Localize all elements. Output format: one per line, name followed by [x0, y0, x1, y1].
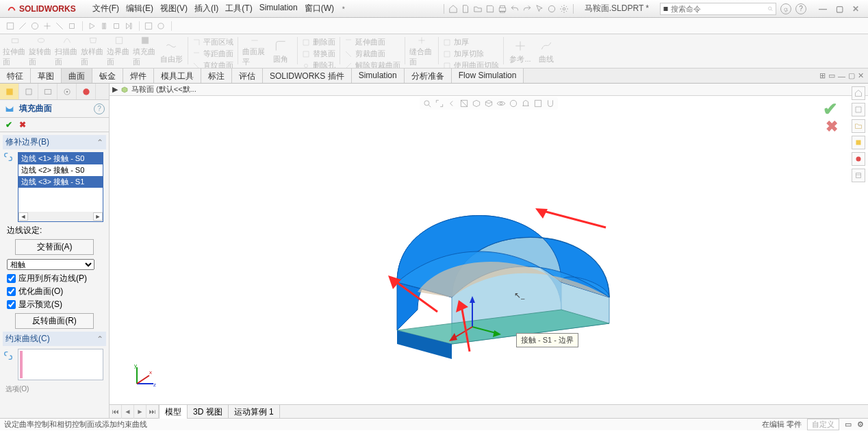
pm-help-icon[interactable]: ? [94, 103, 105, 114]
pm-ok[interactable]: ✔ [5, 120, 12, 130]
bt-model[interactable]: 模型 [159, 405, 188, 419]
menu-edit[interactable]: 编辑(E) [126, 3, 153, 14]
search-box[interactable] [660, 3, 776, 15]
undo-icon[interactable] [510, 4, 520, 14]
chk-optimize[interactable] [7, 287, 16, 296]
section-icon[interactable] [459, 99, 469, 108]
rb-sweep[interactable]: 扫描曲面 [55, 36, 79, 67]
stop-icon[interactable] [112, 21, 121, 31]
pm-tab-config[interactable] [19, 84, 38, 99]
tab-evaluate[interactable]: 评估 [232, 69, 263, 83]
window-maximize[interactable]: ▢ [834, 4, 845, 14]
graphics-view[interactable]: ▶ 马鞍面 (默认<<默... [110, 84, 868, 418]
confirm-ok-icon[interactable]: ✔ [823, 99, 838, 120]
tab-weldments[interactable]: 焊件 [123, 69, 154, 83]
menu-more-icon[interactable]: ⋆ [341, 3, 346, 14]
options-icon[interactable] [559, 4, 569, 14]
display-style-icon[interactable] [484, 99, 494, 108]
select-icon[interactable] [535, 4, 544, 14]
panel-tile-icon[interactable]: ⊞ [819, 71, 826, 80]
panel-close-icon[interactable]: ✕ [858, 71, 864, 80]
zoom-fit-icon[interactable] [422, 99, 432, 108]
bt-first[interactable]: ⏮ [110, 405, 122, 419]
menu-insert[interactable]: 插入(I) [194, 3, 218, 14]
qk-icon[interactable] [156, 21, 166, 31]
qk-icon[interactable] [55, 21, 64, 31]
appearance-icon[interactable] [509, 99, 518, 108]
pause-icon[interactable] [99, 21, 109, 31]
list-item[interactable]: 边线 <3> 接触 - S1 [18, 176, 103, 188]
bt-3dview[interactable]: 3D 视图 [188, 405, 229, 419]
user-icon[interactable]: ⍶ [780, 3, 791, 14]
menu-window[interactable]: 窗口(W) [305, 3, 334, 14]
help-icon[interactable]: ? [795, 3, 806, 14]
search-icon[interactable] [767, 5, 774, 13]
tab-analysisprep[interactable]: 分析准备 [405, 69, 452, 83]
link-icon[interactable] [3, 350, 14, 361]
rb-boundary[interactable]: 边界曲面 [107, 36, 131, 67]
rb-revolve[interactable]: 旋转曲面 [29, 36, 53, 67]
tab-features[interactable]: 特征 [0, 69, 31, 83]
rb-extrude[interactable]: 拉伸曲面 [3, 36, 27, 67]
bt-last[interactable]: ⏭ [146, 405, 159, 419]
btn-alternate-face[interactable]: 交替面(A) [15, 239, 94, 255]
status-cog-icon[interactable]: ⚙ [857, 420, 864, 429]
tab-sheetmetal[interactable]: 钣金 [92, 69, 123, 83]
menu-file[interactable]: 文件(F) [92, 3, 119, 14]
qk-icon[interactable] [30, 21, 40, 31]
btn-reverse-surface[interactable]: 反转曲面(R) [15, 313, 94, 329]
list-item[interactable]: 边线 <1> 接触 - S0 [18, 153, 103, 164]
home-icon[interactable] [448, 4, 458, 14]
tab-moldtools[interactable]: 模具工具 [154, 69, 201, 83]
menu-view[interactable]: 视图(V) [160, 3, 188, 14]
pm-tab-appearance[interactable] [77, 84, 96, 99]
section-constraint-curves[interactable]: 约束曲线(C)⌃ [3, 332, 106, 346]
list-hscroll[interactable]: ◄► [18, 212, 103, 221]
open-icon[interactable] [473, 4, 483, 14]
prev-view-icon[interactable] [447, 99, 457, 108]
window-minimize[interactable]: — [817, 4, 828, 14]
panel-max-icon[interactable]: ▢ [848, 71, 855, 80]
list-item[interactable]: 边线 <2> 接触 - S0 [18, 164, 103, 176]
contact-type-select[interactable]: 相触 [7, 259, 94, 270]
status-custom[interactable]: 自定义 [807, 419, 839, 430]
link-icon[interactable] [3, 151, 14, 162]
step-icon[interactable] [124, 21, 133, 31]
tab-simulation[interactable]: Simulation [352, 69, 405, 83]
tp-prop-icon[interactable] [852, 169, 865, 182]
status-flag-icon[interactable]: ▭ [845, 420, 852, 429]
rb-knit[interactable]: 缝合曲面 [409, 36, 434, 67]
rb-ref[interactable]: 参考... [508, 36, 533, 67]
pm-tab-feature[interactable] [0, 84, 19, 99]
patch-boundary-list[interactable]: 边线 <1> 接触 - S0 边线 <2> 接触 - S0 边线 <3> 接触 … [18, 152, 103, 222]
save-icon[interactable] [485, 4, 495, 14]
menu-tools[interactable]: 工具(T) [225, 3, 252, 14]
section-patch-boundary[interactable]: 修补边界(B)⌃ [3, 135, 106, 149]
pm-cancel[interactable]: ✖ [19, 120, 26, 130]
scene-icon[interactable] [521, 99, 531, 108]
bc-part-name[interactable]: 马鞍面 (默认<<默... [131, 84, 196, 95]
tp-view-icon[interactable] [852, 136, 865, 149]
qk-icon[interactable] [5, 21, 15, 31]
rb-curve[interactable]: 曲线 [534, 36, 559, 67]
menu-simulation[interactable]: Simulation [259, 3, 298, 14]
bt-motion[interactable]: 运动算例 1 [229, 405, 280, 419]
rb-fill[interactable]: 填充曲面 [133, 36, 157, 67]
chk-apply-all[interactable] [7, 274, 16, 283]
pm-tab-display[interactable] [38, 84, 58, 99]
tab-sketch[interactable]: 草图 [31, 69, 62, 83]
tab-surfaces[interactable]: 曲面 [62, 69, 92, 83]
panel-min-icon[interactable]: — [838, 72, 845, 80]
qk-icon[interactable] [144, 21, 153, 31]
rb-fillet[interactable]: 圆角 [268, 36, 293, 67]
new-icon[interactable] [461, 4, 470, 14]
pm-tab-target[interactable] [58, 84, 77, 99]
play-icon[interactable] [87, 21, 97, 31]
tp-appear-icon[interactable] [852, 152, 865, 166]
bt-next[interactable]: ► [134, 405, 146, 419]
chk-preview[interactable] [7, 300, 16, 309]
qk-icon[interactable] [18, 21, 27, 31]
rb-freeform[interactable]: 自由形 [159, 36, 183, 67]
redo-icon[interactable] [522, 4, 532, 14]
rb-loft[interactable]: 放样曲面 [81, 36, 105, 67]
